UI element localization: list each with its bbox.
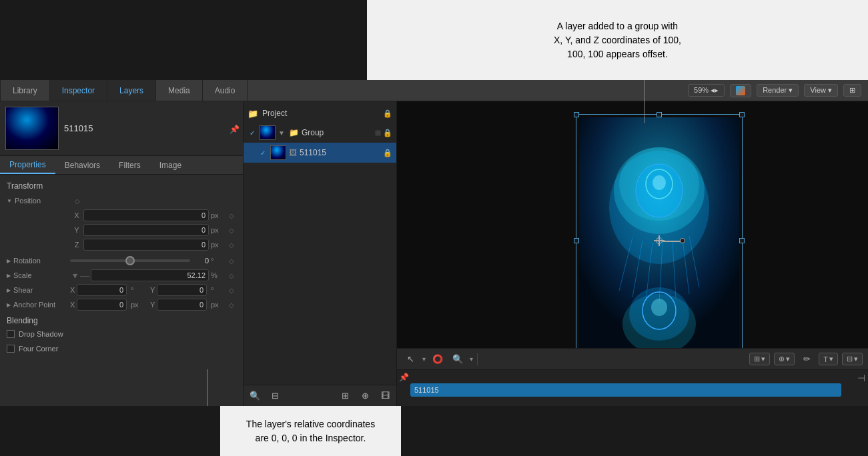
rotation-value: 0: [190, 257, 209, 265]
thumbnail-area: 511015 📌: [0, 101, 243, 156]
tab-audio[interactable]: Audio: [203, 80, 248, 101]
tab-filters[interactable]: Filters: [109, 156, 150, 174]
shear-x-label: X: [70, 286, 75, 294]
tab-behaviors[interactable]: Behaviors: [55, 156, 109, 174]
position-keyframe-btn[interactable]: ◇: [73, 196, 82, 205]
annotation-top: A layer added to a group with X, Y, and …: [367, 0, 868, 80]
anchor-y-input[interactable]: [157, 299, 207, 311]
anchor-label[interactable]: ▶ Anchor Point: [7, 301, 70, 309]
layer-511015-item[interactable]: ✓ 🖼 511015 🔒: [244, 143, 396, 163]
x-keyframe-btn[interactable]: ◇: [227, 211, 236, 220]
layer-visibility-check[interactable]: ✓: [258, 148, 268, 157]
drop-shadow-checkbox[interactable]: [7, 330, 15, 338]
tab-properties[interactable]: Properties: [0, 156, 55, 174]
inspector-panel: 511015 📌 Properties Behaviors Filters Im…: [0, 101, 244, 406]
grid-btn[interactable]: ⊞: [338, 389, 352, 403]
annotation-line-bottom: [207, 369, 207, 406]
shape-dropdown-arrow: ▾: [854, 355, 858, 363]
scale-triangle-icon: ▶: [7, 273, 11, 279]
four-corner-checkbox[interactable]: [7, 345, 15, 353]
handle-mid-right[interactable]: [739, 238, 745, 243]
x-axis-label: X: [70, 211, 83, 219]
add-group-btn[interactable]: ⊟: [268, 389, 282, 403]
shape-icon: ⊟: [847, 355, 853, 363]
group-expand-icon[interactable]: ▼: [278, 129, 285, 137]
shape-tool-btn[interactable]: ⊟ ▾: [842, 353, 863, 365]
search-layers-btn[interactable]: 🔍: [248, 389, 262, 403]
render-btn[interactable]: Render ▾: [757, 84, 799, 97]
shear-label[interactable]: ▶ Shear: [7, 286, 70, 294]
shear-y-unit: °: [211, 286, 224, 294]
z-input[interactable]: [83, 239, 209, 251]
handle-mid-left[interactable]: [574, 238, 579, 243]
timeline-track[interactable]: 511015: [410, 370, 855, 406]
scale-label[interactable]: ▶ Scale: [7, 271, 70, 279]
layer-511015-name: 511015: [300, 148, 380, 157]
tab-library[interactable]: Library: [0, 80, 50, 101]
layers-tab-group: Library Inspector Layers Media Audio: [0, 80, 248, 101]
transform-mode-btn[interactable]: ⊞ ▾: [749, 353, 770, 365]
shear-y-input[interactable]: [157, 284, 207, 296]
transform-dropdown-arrow: ▾: [761, 355, 765, 363]
rotation-thumb[interactable]: [125, 256, 135, 265]
text-tool-btn[interactable]: T ▾: [819, 353, 838, 365]
y-keyframe-btn[interactable]: ◇: [227, 225, 236, 235]
layer-thumb-image: [271, 146, 286, 159]
tab-media[interactable]: Media: [156, 80, 203, 101]
film-btn[interactable]: 🎞: [378, 389, 392, 403]
shear-x-input[interactable]: [77, 284, 127, 296]
scale-input[interactable]: [91, 269, 209, 281]
zoom-control[interactable]: 59% ◂▸: [688, 84, 725, 97]
anchor-x-input[interactable]: [77, 299, 127, 311]
rotation-unit: °: [211, 257, 224, 265]
mask-tool-btn[interactable]: ⭕: [430, 351, 446, 367]
align-btn[interactable]: ⊕ ▾: [774, 353, 795, 365]
pin-icon[interactable]: 📌: [230, 125, 238, 133]
anchor-row: ▶ Anchor Point X px Y px ◇: [0, 297, 243, 312]
transform-header: Transform: [0, 179, 243, 193]
handle-top-center[interactable]: [657, 112, 662, 117]
z-keyframe-btn[interactable]: ◇: [227, 240, 236, 249]
rotation-slider[interactable]: [70, 259, 190, 262]
rotation-label[interactable]: ▶ Rotation: [7, 257, 70, 265]
zoom-dropdown-arrow[interactable]: ▾: [470, 355, 473, 363]
plus-circle-btn[interactable]: ⊕: [358, 389, 372, 403]
scale-row: ▶ Scale ▾ — % ◇: [0, 268, 243, 283]
timeline-clip[interactable]: 511015: [410, 383, 841, 397]
shear-keyframe-btn[interactable]: ◇: [227, 285, 236, 295]
x-input[interactable]: [83, 209, 209, 221]
layer-file-icon: 🖼: [289, 148, 297, 157]
align-icon: ⊕: [779, 355, 785, 363]
group-folder-icon: 📁: [289, 128, 299, 137]
toolbar-separator-1: [477, 353, 478, 365]
position-label[interactable]: ▼ Position: [7, 197, 70, 205]
layer-thumbnail: [270, 145, 286, 160]
top-bar: Library Inspector Layers Media Audio 59%…: [0, 80, 868, 101]
select-tool-btn[interactable]: ↖: [402, 351, 418, 367]
group-layer-item[interactable]: ✓ ▼ 📁 Group ⊞ 🔒: [244, 123, 396, 143]
tab-layers[interactable]: Layers: [107, 80, 156, 101]
group-visibility-check[interactable]: ✓: [248, 128, 257, 137]
handle-top-left[interactable]: [574, 112, 579, 117]
rotation-keyframe-btn[interactable]: ◇: [227, 256, 236, 265]
x-unit: px: [211, 211, 224, 219]
color-picker-btn[interactable]: [730, 84, 751, 97]
display-btn[interactable]: ⊞: [843, 84, 861, 97]
handle-top-right[interactable]: [739, 112, 745, 117]
select-dropdown-arrow[interactable]: ▾: [422, 355, 426, 363]
y-input[interactable]: [83, 224, 209, 236]
zoom-tool-btn[interactable]: 🔍: [450, 351, 466, 367]
four-corner-row: Four Corner: [0, 341, 243, 356]
project-folder-icon: 📁: [248, 109, 258, 119]
rotation-end-handle[interactable]: [680, 238, 685, 243]
z-axis-label: Z: [70, 241, 83, 249]
position-group: ▼ Position ◇ X px ◇: [0, 193, 243, 252]
view-btn[interactable]: View ▾: [804, 84, 838, 97]
pen-tool-btn[interactable]: ✏: [799, 351, 815, 367]
tab-inspector[interactable]: Inspector: [50, 80, 107, 101]
scale-keyframe-btn[interactable]: ◇: [227, 271, 236, 280]
project-item[interactable]: 📁 Project 🔒: [244, 104, 396, 123]
tab-image[interactable]: Image: [150, 156, 191, 174]
anchor-keyframe-btn[interactable]: ◇: [227, 300, 236, 309]
jellyfish-canvas[interactable]: [579, 117, 739, 364]
